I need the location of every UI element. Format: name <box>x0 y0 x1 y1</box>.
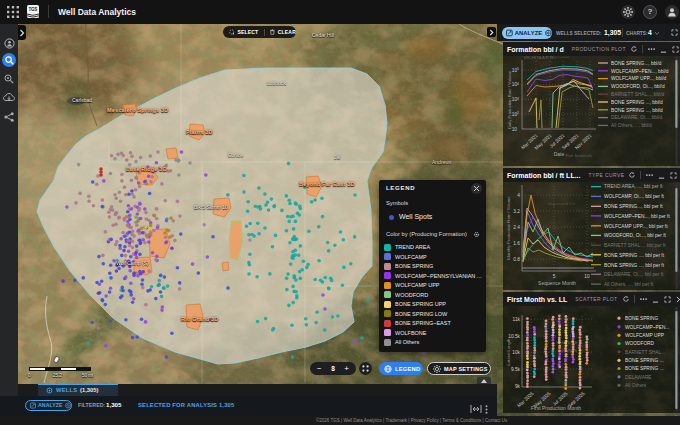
svg-text:WOLFCAMP~PEN..., bbl per ft: WOLFCAMP~PEN..., bbl per ft <box>604 214 670 219</box>
svg-text:BARNETT SHAL...: BARNETT SHAL... <box>625 350 665 355</box>
svg-text:BONE SPRING ...: BONE SPRING ... <box>625 366 664 371</box>
svg-text:1.6: 1.6 <box>513 241 520 246</box>
svg-text:10: 10 <box>584 274 590 279</box>
svg-text:DELAWARE: DELAWARE <box>625 375 652 380</box>
svg-text:Monthly Production Rate / Volu: Monthly Production Rate / Volume <box>506 196 511 260</box>
svg-text:BONE SPRING ..., bbl/d: BONE SPRING ..., bbl/d <box>611 100 663 105</box>
svg-text:WOLFCAMP~PEN..., bbl/d: WOLFCAMP~PEN..., bbl/d <box>611 69 669 74</box>
svg-text:105: 105 <box>512 67 519 73</box>
svg-text:9k: 9k <box>515 384 521 389</box>
svg-text:11k: 11k <box>513 317 521 322</box>
svg-text:0.8: 0.8 <box>513 257 520 262</box>
svg-text:BONE SPRING ..., bbl per ft: BONE SPRING ..., bbl per ft <box>604 253 665 258</box>
svg-text:BONE SPRING..., bbl/d: BONE SPRING..., bbl/d <box>611 61 662 66</box>
svg-text:Lateral Length: Lateral Length <box>506 338 511 365</box>
svg-text:WOODFORD, Oi..., bbl per ft: WOODFORD, Oi..., bbl per ft <box>604 233 667 238</box>
svg-text:WOLFCAMP UPP..., bbl per ft: WOLFCAMP UPP..., bbl per ft <box>604 224 668 229</box>
svg-text:103: 103 <box>512 97 519 103</box>
svg-text:All Others, ..., bbl per ft: All Others, ..., bbl per ft <box>604 282 654 287</box>
svg-text:WOLFCAMP UPP..., bbl/d: WOLFCAMP UPP..., bbl/d <box>611 76 667 81</box>
svg-text:Daily Production Rate / Volume: Daily Production Rate / Volume <box>507 70 512 129</box>
svg-text:BONE SPRING: BONE SPRING <box>625 316 659 321</box>
svg-text:WOLFCAMP UPP: WOLFCAMP UPP <box>625 333 664 338</box>
svg-text:2.4: 2.4 <box>513 225 520 230</box>
svg-text:WOLFCAMP~PEN...: WOLFCAMP~PEN... <box>625 325 669 330</box>
svg-text:9.5k: 9.5k <box>511 367 521 372</box>
svg-text:BONE SPRING..., bbl per ft: BONE SPRING..., bbl per ft <box>604 204 663 209</box>
svg-text:10: 10 <box>512 127 518 132</box>
svg-text:DELAWARE, Oi..., bbl/d: DELAWARE, Oi..., bbl/d <box>611 115 662 120</box>
svg-text:WOLFCAMP, Oi..., bbl per ft: WOLFCAMP, Oi..., bbl per ft <box>604 194 665 199</box>
svg-text:BONE SPRING ..., bbl/d: BONE SPRING ..., bbl/d <box>611 108 663 113</box>
svg-text:BARNETT SHAL..., bbl/d: BARNETT SHAL..., bbl/d <box>611 92 665 97</box>
svg-text:TREND AREA, ..., bbl per ft: TREND AREA, ..., bbl per ft <box>604 184 663 189</box>
svg-text:5: 5 <box>553 274 556 279</box>
svg-text:All Others: All Others <box>625 383 647 388</box>
svg-text:Sequence Month: Sequence Month <box>538 280 576 286</box>
svg-text:DELAWARE, Oi..., bbl per ft: DELAWARE, Oi..., bbl per ft <box>604 272 664 277</box>
svg-text:Fort Seminole: Fort Seminole <box>566 153 593 158</box>
svg-text:First Production Month: First Production Month <box>531 405 582 411</box>
svg-text:BONE SPRING ...: BONE SPRING ... <box>625 358 664 363</box>
svg-text:10k: 10k <box>512 350 520 355</box>
svg-text:All Others, ..., bbl/d: All Others, ..., bbl/d <box>611 123 652 128</box>
svg-text:4: 4 <box>517 193 520 198</box>
svg-text:WOODFORD: WOODFORD <box>625 341 655 346</box>
svg-text:102: 102 <box>512 111 519 117</box>
svg-text:BONE SPRING ..., bbl per ft: BONE SPRING ..., bbl per ft <box>604 263 665 268</box>
svg-text:3.2: 3.2 <box>513 209 520 214</box>
svg-text:BARNETT SHAL..., bbl per ft: BARNETT SHAL..., bbl per ft <box>604 243 666 248</box>
svg-text:10.5k: 10.5k <box>508 334 520 339</box>
svg-text:104: 104 <box>512 82 519 88</box>
svg-text:Date: Date <box>554 151 565 157</box>
svg-text:WOODFORD, Oi..., bbl/d: WOODFORD, Oi..., bbl/d <box>611 84 665 89</box>
svg-text:Sagewood 1 e: Sagewood 1 e <box>548 201 575 206</box>
